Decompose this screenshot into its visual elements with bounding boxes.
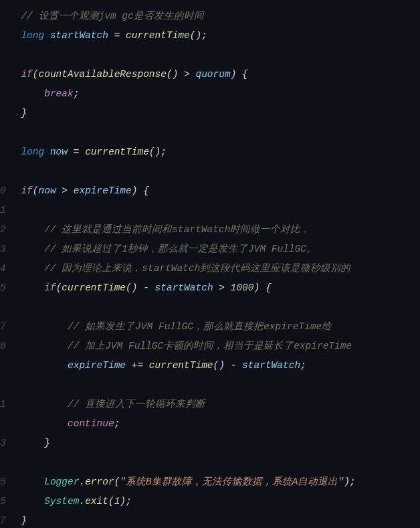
token: ) { [231,69,248,80]
line-number [0,375,5,395]
token: // 因为理论上来说，startWatch到这段代码这里应该是微秒级别的 [44,263,350,274]
token: ( [33,69,39,80]
token: () [167,69,184,80]
token [126,360,132,371]
token: ; [300,360,306,371]
token: ); [120,496,131,507]
token: // 直接进入下一轮循环来判断 [68,399,205,410]
line-number: 1 [0,201,5,220]
code-line[interactable]: if(countAvailableResponse() > quorum) { [9,65,356,84]
token: long [21,147,44,157]
line-number [0,65,5,84]
line-number: 3 [0,240,5,259]
token [143,360,149,371]
code-line[interactable]: // 直接进入下一轮循环来判断 [9,395,356,414]
code-line[interactable] [9,123,356,143]
code-line[interactable] [9,453,356,472]
line-number [0,414,5,434]
line-number [0,84,5,104]
code-line[interactable] [9,162,356,181]
token: "系统B集群故障，无法传输数据，系统A自动退出" [120,476,344,487]
line-number: 7 [0,317,5,337]
token: ; [74,88,80,99]
code-line[interactable]: long startWatch = currentTime(); [9,26,356,46]
token: ); [344,476,355,487]
line-number-gutter: 0123457813557 [0,7,9,528]
line-number [0,7,5,26]
line-number [0,162,5,181]
code-line[interactable]: System.exit(1); [9,492,356,511]
line-number: 5 [0,472,5,492]
token: ) { [132,185,149,196]
line-number: 2 [0,220,5,240]
token: (); [149,147,167,157]
token [79,147,85,157]
code-line[interactable]: if(currentTime() - startWatch > 1000) { [9,278,356,298]
code-line[interactable] [9,298,356,317]
token: startWatch [242,360,300,371]
code-line[interactable]: long now = currentTime(); [9,143,356,162]
token: // 设置一个观测jvm gc是否发生的时间 [21,11,203,21]
code-line[interactable]: } [9,511,356,528]
token: long [21,30,44,41]
line-number: 7 [0,511,5,528]
token: ) { [254,282,272,293]
token: currentTime [126,30,190,41]
line-number: 5 [0,492,5,511]
line-number [0,453,5,472]
code-line[interactable]: // 这里就是通过当前时间和startWatch时间做一个对比， [9,220,356,240]
token: currentTime [149,360,213,371]
token: exit [85,496,108,507]
line-number [0,123,5,143]
token: expireTime [68,360,126,371]
code-area[interactable]: // 设置一个观测jvm gc是否发生的时间 long startWatch =… [9,7,356,528]
token [108,30,114,41]
token: () [126,282,143,293]
token: if [21,185,32,196]
line-number: 8 [0,337,5,356]
code-line[interactable]: continue; [9,414,356,434]
code-line[interactable]: break; [9,84,356,104]
line-number: 5 [0,278,5,298]
token: // 如果说超过了1秒钟，那么就一定是发生了JVM FullGC。 [44,244,316,254]
token: (); [190,30,207,41]
token: if [21,69,32,80]
code-line[interactable]: if(now > expireTime) { [9,181,356,201]
code-line[interactable]: // 如果说超过了1秒钟，那么就一定是发生了JVM FullGC。 [9,240,356,259]
token [236,360,242,371]
token [44,30,50,41]
code-line[interactable]: Logger.error("系统B集群故障，无法传输数据，系统A自动退出"); [9,472,356,492]
code-line[interactable]: // 因为理论上来说，startWatch到这段代码这里应该是微秒级别的 [9,259,356,278]
token: now [50,147,68,157]
code-line[interactable]: // 设置一个观测jvm gc是否发生的时间 [9,7,356,26]
token: } [21,515,27,526]
code-line[interactable]: // 如果发生了JVM FullGC，那么就直接把expireTime给 [9,317,356,337]
token: quorum [195,69,230,80]
token [120,30,126,41]
code-line[interactable] [9,46,356,65]
code-line[interactable]: } [9,104,356,123]
code-line[interactable]: // 加上JVM FullGC卡顿的时间，相当于是延长了expireTime [9,337,356,356]
token: continue [68,418,114,429]
code-line[interactable] [9,201,356,220]
token: startWatch [50,30,108,41]
token: > [62,185,68,196]
token: > [184,69,190,80]
token [225,282,231,293]
token: System [44,496,79,507]
token: . [79,496,85,507]
code-line[interactable]: } [9,434,356,453]
token: ( [33,185,39,196]
token: } [21,108,27,118]
token: > [219,282,225,293]
token: error [85,476,114,487]
line-number [0,104,5,123]
token: startWatch [155,282,213,293]
code-line[interactable]: expireTime += currentTime() - startWatch… [9,356,356,375]
token: // 加上JVM FullGC卡顿的时间，相当于是延长了expireTime [68,341,352,351]
code-editor[interactable]: 0123457813557 // 设置一个观测jvm gc是否发生的时间 lon… [0,0,420,528]
token: } [44,438,50,448]
code-line[interactable] [9,375,356,395]
line-number [0,46,5,65]
line-number: 3 [0,434,5,453]
